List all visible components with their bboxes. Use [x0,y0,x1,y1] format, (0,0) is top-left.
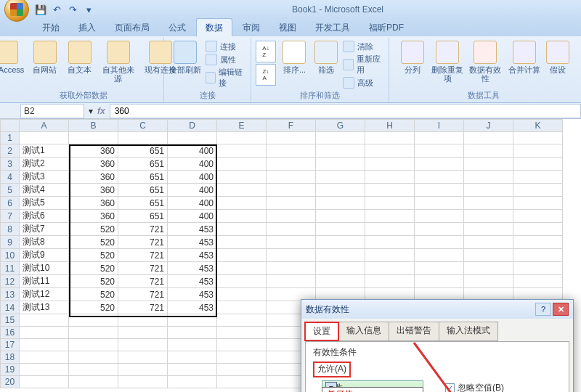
cell[interactable]: 360 [69,144,118,158]
dialog-titlebar[interactable]: 数据有效性 ? ✕ [301,300,573,319]
cell[interactable]: 721 [118,223,168,236]
cell[interactable] [217,144,267,158]
row-header[interactable]: 1 [1,132,20,144]
cell[interactable] [464,171,513,184]
cell[interactable]: 测试1 [20,144,69,158]
cell[interactable]: 721 [118,288,168,301]
column-header[interactable]: K [513,120,563,132]
cell[interactable]: 360 [69,184,118,197]
cell[interactable] [464,262,513,275]
cell[interactable] [415,262,464,275]
cell[interactable] [365,223,415,236]
cell[interactable] [464,158,513,171]
cell[interactable] [20,327,69,339]
cell[interactable] [415,249,464,262]
cell[interactable] [69,132,118,144]
cell[interactable] [513,275,563,288]
cell[interactable] [365,210,415,223]
row-header[interactable]: 3 [1,158,20,171]
cell[interactable]: 测试11 [20,275,69,288]
cell[interactable] [168,351,217,364]
from-other-button[interactable]: 自其他来源 [99,39,137,83]
cell[interactable] [415,184,464,197]
cell[interactable] [118,314,168,327]
worksheet[interactable]: ABCDEFGHIJK12测试13606514003测试23606514004测… [0,119,581,392]
cell[interactable]: 测试5 [20,197,69,210]
properties-button[interactable]: 属性 [206,54,246,65]
cell[interactable]: 360 [69,158,118,171]
cell[interactable]: 400 [168,210,217,223]
column-header[interactable]: H [365,120,415,132]
cell[interactable] [217,210,267,223]
cell[interactable] [464,223,513,236]
tab-review[interactable]: 审阅 [234,19,269,36]
filter-button[interactable]: 筛选 [313,39,338,74]
row-header[interactable]: 4 [1,171,20,184]
cell[interactable] [168,364,217,376]
cell[interactable] [118,132,168,144]
cell[interactable]: 测试9 [20,249,69,262]
cell[interactable]: 453 [168,275,217,288]
cell[interactable]: 453 [168,249,217,262]
cell[interactable] [20,364,69,376]
cell[interactable] [365,132,415,144]
cell[interactable] [217,301,267,314]
row-header[interactable]: 9 [1,236,20,249]
row-header[interactable]: 16 [1,327,20,339]
cell[interactable] [168,327,217,339]
cell[interactable] [316,184,365,197]
tab-data[interactable]: 数据 [196,18,232,36]
name-box[interactable] [20,104,84,118]
clear-filter-button[interactable]: 清除 [343,41,384,52]
remove-duplicates-button[interactable]: 删除重复项 [431,39,464,83]
cell[interactable] [217,171,267,184]
row-header[interactable]: 19 [1,364,20,376]
cell[interactable] [217,275,267,288]
cell[interactable]: 测试3 [20,171,69,184]
cell[interactable] [118,376,168,388]
cell[interactable]: 453 [168,301,217,314]
refresh-all-button[interactable]: 全部刷新 [168,39,201,74]
cell[interactable] [168,376,217,388]
cell[interactable] [415,275,464,288]
cell[interactable] [316,275,365,288]
cell[interactable] [217,184,267,197]
dialog-tab-ime-mode[interactable]: 输入法模式 [439,322,498,341]
cell[interactable]: 520 [69,288,118,301]
cell[interactable] [415,171,464,184]
cell[interactable] [464,184,513,197]
qat-dropdown-icon[interactable]: ▾ [83,4,94,15]
cell[interactable] [365,275,415,288]
cell[interactable] [513,184,563,197]
cell[interactable] [267,184,316,197]
cell[interactable] [267,275,316,288]
cell[interactable] [365,249,415,262]
tab-view[interactable]: 视图 [270,19,305,36]
cell[interactable] [20,351,69,364]
cell[interactable]: 520 [69,275,118,288]
column-header[interactable]: J [464,120,513,132]
cell[interactable]: 651 [118,197,168,210]
formula-input[interactable] [110,104,581,118]
cell[interactable]: 测试6 [20,210,69,223]
cell[interactable] [69,351,118,364]
cell[interactable] [267,210,316,223]
tab-developer[interactable]: 开发工具 [306,19,359,36]
cell[interactable] [118,327,168,339]
text-to-columns-button[interactable]: 分列 [399,39,426,74]
cell[interactable]: 721 [118,301,168,314]
cell[interactable] [464,210,513,223]
cell[interactable] [513,132,563,144]
cell[interactable]: 453 [168,236,217,249]
cell[interactable]: 400 [168,197,217,210]
cell[interactable] [20,132,69,144]
row-header[interactable]: 15 [1,314,20,327]
cell[interactable]: 651 [118,158,168,171]
cell[interactable]: 400 [168,171,217,184]
allow-option[interactable]: 任何值 [322,388,423,392]
cell[interactable]: 453 [168,288,217,301]
column-header[interactable]: G [316,120,365,132]
cell[interactable] [267,236,316,249]
cell[interactable] [267,144,316,158]
cell[interactable]: 651 [118,171,168,184]
